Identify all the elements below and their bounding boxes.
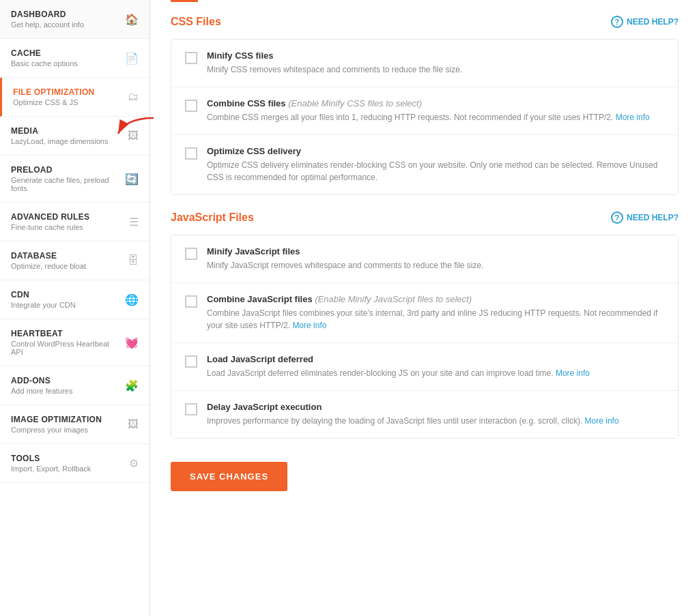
- css-section-title: CSS Files: [171, 16, 221, 28]
- js-options-card: Minify JavaScript filesMinify JavaScript…: [171, 235, 679, 439]
- js-need-help-link[interactable]: ? NEED HELP?: [611, 211, 679, 224]
- sidebar: DASHBOARDGet help, account info🏠CACHEBas…: [0, 0, 150, 616]
- save-changes-button[interactable]: SAVE CHANGES: [171, 462, 287, 491]
- sidebar-item-cache[interactable]: CACHEBasic cache options📄: [0, 39, 149, 78]
- option-title-bold-combine-css: Combine CSS files: [207, 98, 288, 108]
- checkbox-combine-js[interactable]: [185, 295, 197, 308]
- option-content-delay-js: Delay JavaScript executionImproves perfo…: [207, 402, 664, 427]
- sidebar-item-subtitle-preload: Generate cache files, preload fonts: [11, 176, 119, 192]
- sidebar-item-title-database: DATABASE: [11, 251, 122, 261]
- option-content-combine-css: Combine CSS files (Enable Minify CSS fil…: [207, 98, 664, 123]
- sidebar-item-heartbeat[interactable]: HEARTBEATControl WordPress Heartbeat API…: [0, 319, 149, 366]
- sidebar-icon-cdn: 🌐: [125, 293, 139, 306]
- option-desc-combine-js: Combine JavaScript files combines your s…: [207, 307, 664, 332]
- sidebar-icon-image-optimization: 🖼: [128, 418, 139, 430]
- more-info-link-combine-js[interactable]: More info: [292, 321, 326, 330]
- sidebar-item-subtitle-tools: Import, Export, Rollback: [11, 465, 124, 473]
- js-need-help-label: NEED HELP?: [627, 213, 679, 222]
- option-title-combine-css: Combine CSS files (Enable Minify CSS fil…: [207, 98, 664, 108]
- sidebar-icon-database: 🗄: [128, 254, 139, 267]
- css-need-help-link[interactable]: ? NEED HELP?: [611, 16, 679, 28]
- option-row-combine-js: Combine JavaScript files (Enable Minify …: [171, 283, 678, 343]
- more-info-link-load-js-deferred[interactable]: More info: [556, 368, 590, 378]
- more-info-link-delay-js[interactable]: More info: [585, 416, 619, 426]
- option-title-minify-js: Minify JavaScript files: [207, 246, 664, 256]
- option-content-load-js-deferred: Load JavaScript deferredLoad JavaScript …: [207, 354, 664, 379]
- sidebar-item-image-optimization[interactable]: IMAGE OPTIMIZATIONCompress your images🖼: [0, 405, 149, 444]
- option-title-note-combine-js: (Enable Minify JavaScript files to selec…: [315, 294, 472, 304]
- sidebar-item-add-ons[interactable]: ADD-ONSAdd more features🧩: [0, 366, 149, 405]
- option-content-combine-js: Combine JavaScript files (Enable Minify …: [207, 294, 664, 332]
- option-row-optimize-css-delivery: Optimize CSS deliveryOptimize CSS delive…: [171, 135, 678, 194]
- sidebar-item-media[interactable]: MEDIALazyLoad, image dimensions🖼: [0, 117, 149, 156]
- sidebar-item-database[interactable]: DATABASEOptimize, reduce bloat🗄: [0, 241, 149, 280]
- option-title-optimize-css-delivery: Optimize CSS delivery: [207, 146, 664, 156]
- sidebar-item-dashboard[interactable]: DASHBOARDGet help, account info🏠: [0, 0, 149, 39]
- sidebar-item-subtitle-add-ons: Add more features: [11, 387, 119, 395]
- option-row-combine-css: Combine CSS files (Enable Minify CSS fil…: [171, 87, 678, 135]
- option-title-delay-js: Delay JavaScript execution: [207, 402, 664, 412]
- option-title-load-js-deferred: Load JavaScript deferred: [207, 354, 664, 364]
- checkbox-optimize-css-delivery[interactable]: [185, 147, 197, 160]
- sidebar-item-title-cache: CACHE: [11, 48, 119, 58]
- sidebar-item-subtitle-media: LazyLoad, image dimensions: [11, 137, 122, 145]
- option-desc-minify-css: Minify CSS removes whitespace and commen…: [207, 63, 664, 76]
- option-title-minify-css: Minify CSS files: [207, 50, 664, 61]
- sidebar-item-subtitle-cdn: Integrate your CDN: [11, 301, 119, 309]
- sidebar-item-title-add-ons: ADD-ONS: [11, 376, 119, 385]
- checkbox-delay-js[interactable]: [185, 403, 197, 415]
- sidebar-item-cdn[interactable]: CDNIntegrate your CDN🌐: [0, 280, 149, 319]
- sidebar-icon-preload: 🔄: [125, 173, 139, 186]
- sidebar-item-subtitle-heartbeat: Control WordPress Heartbeat API: [11, 340, 119, 356]
- css-section-header: CSS Files ? NEED HELP?: [171, 16, 679, 28]
- option-desc-delay-js: Improves performance by delaying the loa…: [207, 415, 664, 427]
- checkbox-combine-css[interactable]: [185, 100, 197, 112]
- js-need-help-icon: ?: [611, 211, 623, 224]
- sidebar-item-file-optimization[interactable]: FILE OPTIMIZATIONOptimize CSS & JS🗂: [0, 78, 149, 117]
- sidebar-icon-heartbeat: 💓: [125, 336, 139, 349]
- sidebar-item-title-image-optimization: IMAGE OPTIMIZATION: [11, 415, 122, 424]
- sidebar-item-title-preload: PRELOAD: [11, 165, 119, 175]
- sidebar-item-subtitle-database: Optimize, reduce bloat: [11, 262, 122, 270]
- sidebar-item-subtitle-image-optimization: Compress your images: [11, 426, 122, 434]
- checkbox-load-js-deferred[interactable]: [185, 355, 197, 368]
- sidebar-item-title-file-optimization: FILE OPTIMIZATION: [13, 87, 122, 97]
- option-desc-optimize-css-delivery: Optimize CSS delivery eliminates render-…: [207, 159, 664, 184]
- sidebar-item-subtitle-dashboard: Get help, account info: [11, 20, 119, 29]
- more-info-link-combine-css[interactable]: More info: [616, 113, 650, 122]
- sidebar-item-title-dashboard: DASHBOARD: [11, 10, 119, 19]
- sidebar-item-preload[interactable]: PRELOADGenerate cache files, preload fon…: [0, 156, 149, 203]
- sidebar-item-title-advanced-rules: ADVANCED RULES: [11, 212, 124, 222]
- checkbox-minify-css[interactable]: [185, 52, 197, 64]
- option-row-delay-js: Delay JavaScript executionImproves perfo…: [171, 391, 678, 438]
- sidebar-icon-add-ons: 🧩: [125, 379, 139, 392]
- checkbox-minify-js[interactable]: [185, 248, 197, 260]
- option-row-minify-css: Minify CSS filesMinify CSS removes white…: [171, 40, 678, 87]
- option-title-combine-js: Combine JavaScript files (Enable Minify …: [207, 294, 664, 304]
- sidebar-item-title-heartbeat: HEARTBEAT: [11, 329, 119, 338]
- main-content: CSS Files ? NEED HELP? Minify CSS filesM…: [150, 0, 699, 616]
- top-accent-line: [171, 0, 198, 2]
- need-help-icon: ?: [611, 16, 623, 28]
- option-row-load-js-deferred: Load JavaScript deferredLoad JavaScript …: [171, 343, 678, 391]
- sidebar-item-subtitle-file-optimization: Optimize CSS & JS: [13, 98, 122, 106]
- sidebar-icon-advanced-rules: ☰: [129, 216, 139, 229]
- option-desc-load-js-deferred: Load JavaScript deferred eliminates rend…: [207, 367, 664, 379]
- sidebar-item-advanced-rules[interactable]: ADVANCED RULESFine-tune cache rules☰: [0, 203, 149, 241]
- sidebar-icon-media: 🖼: [128, 130, 139, 142]
- sidebar-item-tools[interactable]: TOOLSImport, Export, Rollback⚙: [0, 444, 149, 483]
- option-row-minify-js: Minify JavaScript filesMinify JavaScript…: [171, 235, 678, 283]
- option-content-minify-css: Minify CSS filesMinify CSS removes white…: [207, 50, 664, 76]
- sidebar-icon-tools: ⚙: [129, 457, 139, 470]
- css-options-card: Minify CSS filesMinify CSS removes white…: [171, 39, 679, 195]
- sidebar-icon-file-optimization: 🗂: [128, 91, 139, 103]
- option-content-optimize-css-delivery: Optimize CSS deliveryOptimize CSS delive…: [207, 146, 664, 184]
- option-desc-minify-js: Minify JavaScript removes whitespace and…: [207, 259, 664, 272]
- sidebar-item-title-cdn: CDN: [11, 290, 119, 299]
- option-title-bold-combine-js: Combine JavaScript files: [207, 294, 315, 304]
- css-need-help-label: NEED HELP?: [627, 17, 679, 27]
- option-title-note-combine-css: (Enable Minify CSS files to select): [288, 98, 422, 108]
- sidebar-item-title-tools: TOOLS: [11, 454, 124, 463]
- sidebar-item-subtitle-cache: Basic cache options: [11, 59, 119, 68]
- sidebar-item-title-media: MEDIA: [11, 126, 122, 136]
